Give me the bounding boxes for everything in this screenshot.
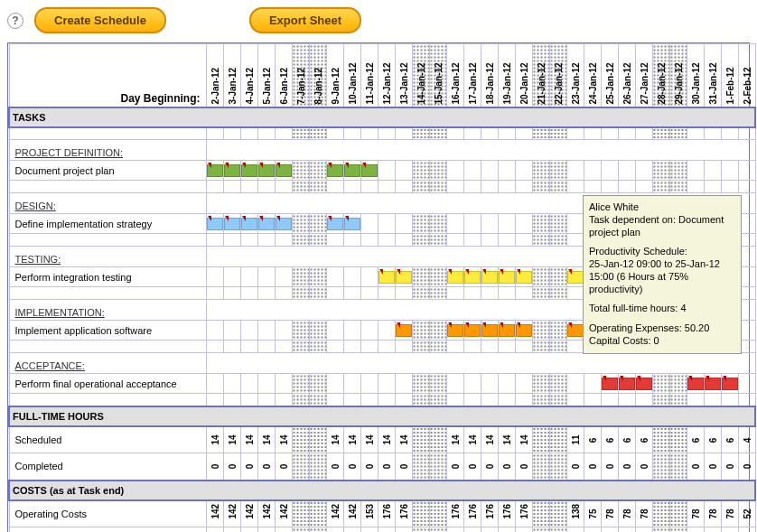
value-cell: 0 bbox=[343, 453, 360, 481]
date-header: 6-Jan-12 bbox=[275, 44, 292, 107]
gantt-bar-cell[interactable] bbox=[275, 214, 292, 234]
value-cell: 78 bbox=[601, 500, 618, 527]
value-cell: 0 bbox=[223, 453, 240, 481]
gantt-bar-cell[interactable] bbox=[463, 321, 481, 341]
gantt-bar-cell[interactable] bbox=[481, 267, 498, 287]
value-cell: 153 bbox=[360, 500, 378, 527]
value-cell: 176 bbox=[446, 500, 463, 527]
gantt-bar-cell[interactable] bbox=[498, 321, 515, 341]
gantt-bar-cell[interactable] bbox=[566, 267, 584, 287]
value-cell: 0 bbox=[601, 527, 618, 533]
gantt-bar-cell[interactable] bbox=[206, 161, 223, 181]
gantt-bar-cell[interactable] bbox=[326, 161, 343, 181]
value-cell bbox=[669, 527, 687, 533]
value-cell: 0 bbox=[618, 527, 635, 533]
value-cell: 176 bbox=[481, 500, 498, 527]
gantt-bar-cell[interactable] bbox=[395, 267, 412, 287]
value-cell bbox=[652, 453, 669, 481]
value-cell: 0 bbox=[240, 527, 257, 533]
gantt-bar-cell[interactable] bbox=[240, 214, 257, 234]
gantt-bar-cell[interactable] bbox=[566, 321, 584, 341]
date-header: 11-Jan-12 bbox=[360, 44, 378, 107]
create-schedule-button[interactable]: Create Schedule bbox=[34, 7, 166, 33]
value-cell: 0 bbox=[635, 453, 652, 481]
gantt-bar-cell[interactable] bbox=[618, 374, 635, 394]
gantt-bar-cell[interactable] bbox=[343, 161, 360, 181]
value-cell bbox=[652, 426, 669, 453]
gantt-bar-cell[interactable] bbox=[446, 267, 463, 287]
value-cell: 6 bbox=[704, 426, 721, 453]
date-header: 2-Feb-12 bbox=[738, 44, 755, 107]
value-cell: 78 bbox=[687, 500, 704, 527]
gantt-bar-cell[interactable] bbox=[240, 161, 257, 181]
gantt-bar-cell[interactable] bbox=[635, 374, 652, 394]
value-cell bbox=[412, 426, 429, 453]
tooltip-sched-label: Productivity Schedule: bbox=[589, 246, 735, 258]
gantt-bar-cell[interactable] bbox=[257, 214, 275, 234]
value-cell: 14 bbox=[378, 426, 395, 453]
gantt-bar-cell[interactable] bbox=[206, 214, 223, 234]
gantt-bar-cell[interactable] bbox=[360, 161, 378, 181]
gantt-bar-cell[interactable] bbox=[343, 214, 360, 234]
gantt-bar-cell[interactable] bbox=[481, 321, 498, 341]
date-header: 2-Jan-12 bbox=[206, 44, 223, 107]
value-cell bbox=[669, 500, 687, 527]
gantt-bar-cell[interactable] bbox=[378, 267, 395, 287]
gantt-bar-cell[interactable] bbox=[223, 214, 240, 234]
value-cell: 176 bbox=[498, 500, 515, 527]
value-cell: 14 bbox=[275, 426, 292, 453]
header-row: Day Beginning: 2-Jan-12 3-Jan-12 4-Jan-1… bbox=[9, 44, 755, 107]
value-cell: 0 bbox=[635, 527, 652, 533]
row-capital-costs: Capital Costs bbox=[9, 527, 206, 533]
value-cell: 0 bbox=[566, 453, 584, 481]
help-icon[interactable]: ? bbox=[7, 13, 23, 29]
category-testing: TESTING: bbox=[9, 247, 206, 267]
gantt-bar-cell[interactable] bbox=[515, 321, 532, 341]
value-cell bbox=[652, 527, 669, 533]
value-cell: 0 bbox=[515, 527, 532, 533]
value-cell: 176 bbox=[463, 500, 481, 527]
value-cell bbox=[309, 426, 326, 453]
value-cell: 0 bbox=[738, 527, 755, 533]
value-cell: 176 bbox=[395, 500, 412, 527]
gantt-bar-cell[interactable] bbox=[498, 267, 515, 287]
gantt-bar-cell[interactable] bbox=[721, 374, 738, 394]
value-cell: 0 bbox=[240, 453, 257, 481]
day-beginning-label: Day Beginning: bbox=[9, 44, 206, 107]
value-cell: 0 bbox=[360, 453, 378, 481]
gantt-bar-cell[interactable] bbox=[275, 161, 292, 181]
date-header: 23-Jan-12 bbox=[566, 44, 584, 107]
gantt-bar-cell[interactable] bbox=[687, 374, 704, 394]
gantt-bar-cell[interactable] bbox=[601, 374, 618, 394]
gantt-bar-cell[interactable] bbox=[326, 214, 343, 234]
value-cell: 0 bbox=[257, 527, 275, 533]
gantt-bar-cell[interactable] bbox=[446, 321, 463, 341]
value-cell: 14 bbox=[343, 426, 360, 453]
value-cell bbox=[652, 500, 669, 527]
gantt-bar-cell[interactable] bbox=[515, 267, 532, 287]
value-cell bbox=[669, 453, 687, 481]
date-header: 12-Jan-12 bbox=[378, 44, 395, 107]
value-cell bbox=[532, 527, 549, 533]
row-completed: Completed bbox=[9, 453, 206, 481]
fth-section-header: FULL-TIME HOURS bbox=[9, 406, 755, 426]
gantt-bar-cell[interactable] bbox=[223, 161, 240, 181]
gantt-bar-cell[interactable] bbox=[395, 321, 412, 341]
value-cell bbox=[412, 500, 429, 527]
value-cell: 0 bbox=[738, 453, 755, 481]
value-cell: 0 bbox=[601, 453, 618, 481]
value-cell: 0 bbox=[618, 453, 635, 481]
toolbar: ? Create Schedule Export Sheet bbox=[7, 7, 750, 33]
value-cell: 138 bbox=[566, 500, 584, 527]
gantt-bar-cell[interactable] bbox=[463, 267, 481, 287]
value-cell: 0 bbox=[446, 453, 463, 481]
value-cell bbox=[309, 453, 326, 481]
gantt-bar-cell[interactable] bbox=[704, 374, 721, 394]
value-cell: 14 bbox=[515, 426, 532, 453]
gantt-bar-cell[interactable] bbox=[257, 161, 275, 181]
tooltip-hours: Total full-time hours: 4 bbox=[589, 303, 735, 315]
value-cell: 0 bbox=[326, 527, 343, 533]
value-cell: 0 bbox=[721, 527, 738, 533]
export-sheet-button[interactable]: Export Sheet bbox=[249, 7, 361, 33]
value-cell bbox=[549, 527, 566, 533]
